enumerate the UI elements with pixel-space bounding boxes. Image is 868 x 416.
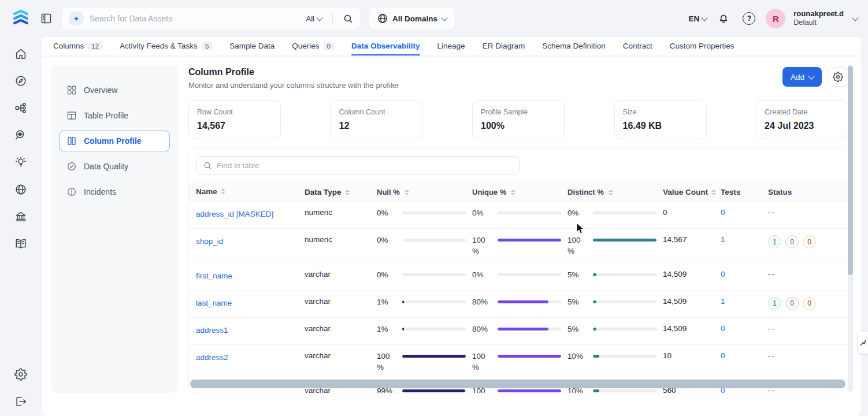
sidebar-item-overview[interactable]: Overview (59, 80, 170, 101)
table-row: first_namevarchar 0% 0% 5% 14,5090-- (189, 263, 848, 291)
data-observability-panel: OverviewTable ProfileColumn ProfileData … (42, 57, 861, 416)
table-row: address_id [MASKED]numeric 0% 0% 0% 00-- (189, 202, 848, 229)
help-icon[interactable]: ? (740, 10, 758, 27)
data-quality-icon (66, 161, 77, 172)
table-row: last_namevarchar 1% 80% 5% 14,5091 1 0 0 (189, 291, 848, 318)
collapsed-widget-handle[interactable] (858, 332, 868, 354)
distinct-cell: 0% (567, 206, 663, 219)
chevron-down-icon (808, 73, 814, 79)
tab-queries[interactable]: Queries0 (292, 42, 334, 55)
global-search[interactable]: ✦ Search for Data Assets All (61, 7, 361, 30)
column-name-link[interactable]: address_id [MASKED] (196, 210, 273, 218)
column-header-null-[interactable]: Null % (377, 186, 472, 196)
logout-icon[interactable] (14, 395, 27, 408)
data-type-cell: varchar (305, 350, 377, 360)
tests-link[interactable]: 0 (721, 324, 725, 333)
column-header-unique-[interactable]: Unique % (472, 186, 567, 196)
incidents-icon (66, 187, 77, 197)
column-name-link[interactable]: address2 (196, 353, 228, 362)
home-icon[interactable] (14, 47, 27, 60)
sort-icon[interactable] (405, 190, 409, 195)
add-button[interactable]: Add (782, 67, 822, 87)
unique-cell: 80% (472, 295, 567, 308)
progress-bar (402, 389, 466, 392)
sort-icon[interactable] (711, 190, 716, 195)
tests-cell: 1 (721, 233, 768, 244)
find-in-table-input[interactable] (217, 161, 512, 170)
tab-label: Activity Feeds & Tasks (120, 42, 198, 50)
percent-value: 1% (377, 297, 398, 308)
search-icon (203, 161, 212, 170)
column-name-link[interactable]: address1 (196, 326, 228, 335)
tab-contract[interactable]: Contract (623, 42, 652, 55)
summary-card-row-count: Row Count14,567 (188, 100, 281, 139)
observability-icon[interactable] (14, 129, 27, 142)
tab-lineage[interactable]: Lineage (437, 42, 465, 55)
status-cell: -- (768, 206, 848, 217)
horizontal-scrollbar[interactable] (190, 380, 845, 388)
column-name-link[interactable]: last_name (196, 299, 232, 307)
domains-icon[interactable] (14, 183, 27, 196)
column-name-link[interactable]: first_name (196, 272, 232, 280)
tests-link[interactable]: 0 (721, 208, 725, 217)
explore-icon[interactable] (14, 75, 27, 87)
ai-sparkle-icon[interactable]: ✦ (69, 11, 84, 26)
sort-icon[interactable] (511, 190, 515, 195)
app-logo-icon[interactable] (9, 7, 32, 30)
search-input[interactable]: Search for Data Assets (90, 14, 301, 23)
user-menu-chevron-icon[interactable] (852, 14, 858, 21)
trend-icon (860, 340, 866, 346)
tests-link[interactable]: 0 (721, 270, 725, 278)
search-icon[interactable] (343, 14, 353, 24)
domains-dropdown[interactable]: All Domains (369, 7, 455, 30)
distinct-cell: 5% (567, 268, 663, 281)
tab-custom-properties[interactable]: Custom Properties (670, 42, 735, 55)
tests-link[interactable]: 1 (721, 297, 725, 306)
sidebar-collapse-icon[interactable] (40, 12, 53, 25)
sort-icon[interactable] (221, 188, 225, 194)
sidebar-item-table-profile[interactable]: Table Profile (59, 105, 170, 126)
search-scope-dropdown[interactable]: All (306, 14, 322, 23)
tab-er-diagram[interactable]: ER Diagram (483, 42, 525, 55)
tab-schema-definition[interactable]: Schema Definition (542, 42, 606, 55)
user-avatar[interactable]: R (766, 9, 785, 28)
settings-icon[interactable] (14, 368, 27, 381)
tests-link[interactable]: 0 (721, 351, 725, 360)
lineage-icon[interactable] (14, 102, 27, 114)
notifications-bell-icon[interactable] (715, 10, 732, 27)
progress-fill (593, 389, 599, 392)
tab-activity-feeds-tasks[interactable]: Activity Feeds & Tasks5 (120, 42, 212, 55)
sidebar-item-label: Overview (84, 86, 117, 95)
insights-icon[interactable] (14, 156, 27, 169)
language-dropdown[interactable]: EN (689, 14, 707, 23)
column-header-value-count[interactable]: Value Count (663, 186, 721, 196)
glossary-icon[interactable] (14, 237, 27, 250)
progress-fill (498, 389, 561, 392)
progress-fill (498, 328, 548, 330)
sidebar-item-column-profile[interactable]: Column Profile (59, 131, 170, 151)
sidebar-item-incidents[interactable]: Incidents (59, 181, 170, 202)
data-type-cell: numeric (305, 206, 377, 217)
column-header-name[interactable]: Name (189, 186, 305, 196)
column-header-data-type[interactable]: Data Type (305, 186, 377, 196)
progress-bar (593, 355, 656, 358)
tab-columns[interactable]: Columns12 (53, 42, 102, 55)
tab-sample-data[interactable]: Sample Data (229, 42, 275, 55)
govern-icon[interactable] (14, 210, 27, 223)
user-menu[interactable]: rounakpreet.d Default (793, 9, 844, 28)
card-value: 14,567 (197, 121, 272, 131)
status-empty: -- (768, 324, 776, 333)
find-in-table[interactable] (196, 156, 520, 174)
tests-link[interactable]: 1 (721, 235, 725, 244)
profiler-settings-button[interactable] (828, 67, 848, 87)
sort-icon[interactable] (609, 190, 613, 195)
user-name: rounakpreet.d (793, 9, 844, 18)
sort-icon[interactable] (345, 190, 350, 195)
card-value: 24 Jul 2023 (765, 121, 840, 131)
vertical-scrollbar-thumb[interactable] (848, 66, 853, 275)
tab-data-observability[interactable]: Data Observability (351, 42, 420, 55)
column-header-distinct-[interactable]: Distinct % (567, 186, 663, 196)
column-name-link[interactable]: shop_id (196, 237, 223, 246)
tab-label: Lineage (437, 42, 465, 50)
sidebar-item-data-quality[interactable]: Data Quality (59, 156, 170, 177)
